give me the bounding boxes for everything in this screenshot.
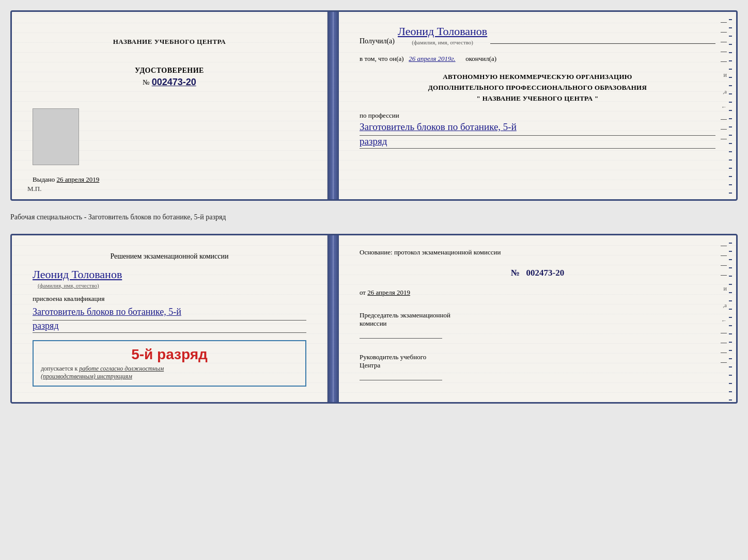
side-decorative-lines: и ,а ← [721, 22, 727, 189]
proto-prefix: № [511, 268, 520, 278]
bottom-right-panel: Основание: протокол экзаменационной коми… [339, 235, 736, 402]
org-line1: АВТОНОМНУЮ НЕКОММЕРЧЕСКУЮ ОРГАНИЗАЦИЮ [360, 72, 715, 83]
badge-box: 5-й разряд допускается к работе согласно… [33, 340, 306, 387]
udostoverenie-number: 002473-20 [152, 77, 196, 88]
side-dash-b1 [721, 246, 727, 246]
rukovoditel-line2: Центра [360, 361, 715, 370]
mp-label: М.П. [27, 185, 41, 193]
photo-placeholder [33, 108, 79, 165]
spine-divider-2 [328, 235, 339, 402]
recipient-fio-label: (фамилия, имя, отчество) [412, 39, 473, 45]
recipient-line: Получил(а) Леонид Толованов (фамилия, им… [360, 25, 715, 45]
instruktsiyam-label: (производственным) инструкциям [41, 373, 132, 380]
proto-number: 002473-20 [526, 268, 565, 278]
rukovoditel-line1: Руководитель учебного [360, 353, 715, 361]
side-dash-b3 [721, 265, 727, 266]
side-i-label: и [724, 71, 727, 79]
osnovanie-block: Основание: протокол экзаменационной коми… [360, 248, 715, 257]
razryad-bottom: разряд [33, 321, 306, 331]
poluchil-prefix: Получил(а) [360, 37, 395, 45]
top-left-panel: НАЗВАНИЕ УЧЕБНОГО ЦЕНТРА УДОСТОВЕРЕНИЕ №… [12, 12, 328, 199]
side-arrow-label-2: ← [721, 317, 727, 324]
predsedatel-block: Председатель экзаменационной комиссии [360, 311, 715, 339]
ot-date: 26 апреля 2019 [367, 289, 410, 296]
bottom-left-panel: Решением экзаменационной комиссии Леонид… [12, 235, 328, 402]
vydano-prefix: Выдано [33, 175, 55, 183]
org-block: АВТОНОМНУЮ НЕКОММЕРЧЕСКУЮ ОРГАНИЗАЦИЮ ДО… [360, 72, 715, 104]
page-wrapper: НАЗВАНИЕ УЧЕБНОГО ЦЕНТРА УДОСТОВЕРЕНИЕ №… [10, 10, 738, 404]
side-arrow-label: ← [721, 104, 727, 110]
certified-date: 26 апреля 2019г. [409, 55, 455, 62]
side-a-label: ,а [723, 88, 727, 94]
top-center-title: НАЗВАНИЕ УЧЕБНОГО ЦЕНТРА [113, 38, 226, 46]
rukovoditel-signature-line [360, 380, 442, 380]
osnovanie-text: Основание: протокол экзаменационной коми… [360, 248, 501, 256]
badge-subtext: допускается к работе согласно должностны… [41, 365, 298, 380]
predsedatel-line2: комиссии [360, 319, 715, 328]
dopuskaetsya: допускается к [41, 365, 77, 372]
number-prefix: № [143, 78, 149, 87]
prisvoena-label: присвоена квалификация [33, 295, 104, 303]
side-dash-b2 [721, 255, 727, 256]
side-dash-5 [721, 61, 727, 62]
predsedatel-line1: Председатель экзаменационной [360, 311, 715, 319]
dash-line [490, 43, 715, 44]
side-dash-3 [721, 42, 727, 42]
okkonchil: окончил(а) [465, 55, 496, 62]
kvalif-name: Заготовитель блоков по ботанике, 5-й [33, 305, 306, 319]
side-dash-b4 [721, 275, 727, 276]
profession-name: Заготовитель блоков по ботанике, 5-й [360, 120, 715, 135]
side-dash-4 [721, 52, 727, 52]
komissia-name: Леонид Толованов [33, 268, 122, 281]
side-dash-b6 [721, 343, 727, 343]
proto-number-block: № 002473-20 [360, 268, 715, 278]
vydano-line: Выдано 26 апреля 2019 [33, 175, 99, 184]
predsedatel-signature-line [360, 338, 442, 339]
udostoverenie-block: УДОСТОВЕРЕНИЕ № 002473-20 [135, 67, 204, 88]
udostoverenie-label: УДОСТОВЕРЕНИЕ [135, 67, 204, 75]
separator-text: Рабочая специальность - Заготовитель бло… [10, 210, 738, 225]
rabote-label: работе согласно должностным [79, 365, 164, 372]
rukovoditel-block: Руководитель учебного Центра [360, 353, 715, 380]
vydano-date: 26 апреля 2019 [57, 175, 100, 183]
side-dash-8 [721, 139, 727, 139]
po-professii: по профессии [360, 111, 715, 120]
ot-prefix: от [360, 289, 366, 296]
recipient-name: Леонид Толованов [398, 25, 487, 38]
vtom-prefix: в том, что он(а) [360, 55, 404, 62]
top-right-panel: Получил(а) Леонид Толованов (фамилия, им… [339, 12, 736, 199]
org-line3: " НАЗВАНИЕ УЧЕБНОГО ЦЕНТРА " [360, 93, 715, 104]
komissia-prefix: Решением экзаменационной комиссии [110, 252, 228, 260]
ot-line: от 26 апреля 2019 [360, 289, 715, 297]
side-dash-1 [721, 22, 727, 23]
side-dash-b7 [721, 353, 727, 353]
side-a-label-2: ,а [723, 302, 727, 308]
certified-block: в том, что он(а) 26 апреля 2019г. окончи… [360, 53, 715, 65]
profession-block: по профессии Заготовитель блоков по бота… [360, 111, 715, 149]
side-dash-7 [721, 129, 727, 130]
bottom-document: Решением экзаменационной комиссии Леонид… [10, 234, 738, 404]
side-dash-6 [721, 119, 727, 120]
side-decorative-lines-2: и ,а ← [721, 246, 727, 392]
spine-divider [328, 12, 339, 199]
top-document: НАЗВАНИЕ УЧЕБНОГО ЦЕНТРА УДОСТОВЕРЕНИЕ №… [10, 10, 738, 201]
side-dash-2 [721, 32, 727, 33]
komissia-title: Решением экзаменационной комиссии [33, 251, 306, 262]
komissia-fio-label: (фамилия, имя, отчество) [38, 282, 99, 289]
org-line2: ДОПОЛНИТЕЛЬНОГО ПРОФЕССИОНАЛЬНОГО ОБРАЗО… [360, 83, 715, 93]
side-dash-b8 [721, 362, 727, 363]
side-i-label-2: и [724, 285, 727, 293]
side-dash-b5 [721, 333, 727, 333]
razryad-name-top: разряд [360, 136, 715, 147]
badge-number: 5-й разряд [41, 346, 298, 363]
